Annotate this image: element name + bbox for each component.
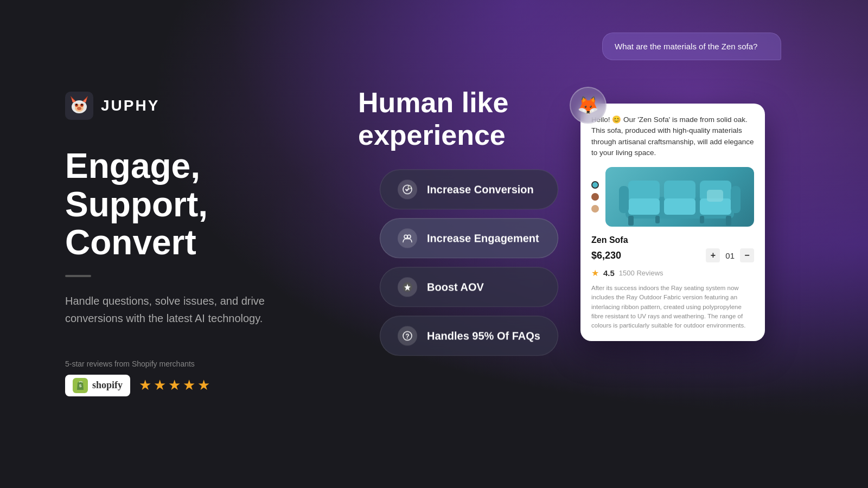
svg-rect-25 — [628, 198, 660, 215]
feature-btn-faqs[interactable]: ? Handles 95% Of FAQs — [380, 316, 558, 356]
rating-count: 1500 Reviews — [619, 269, 663, 277]
feature-buttons: Increase Conversion Increase Engagement — [380, 169, 558, 356]
svg-rect-26 — [664, 198, 695, 215]
qty-value: 01 — [725, 251, 735, 260]
color-dot-3[interactable] — [591, 205, 599, 213]
product-price: $6,230 — [591, 250, 621, 261]
feature-btn-engagement[interactable]: Increase Engagement — [380, 218, 558, 258]
engagement-label: Increase Engagement — [427, 232, 539, 245]
svg-rect-29 — [731, 186, 741, 213]
svg-rect-30 — [628, 216, 634, 226]
feature-btn-conversion[interactable]: Increase Conversion — [380, 169, 558, 209]
headline-divider — [65, 275, 91, 277]
star-3: ★ — [168, 377, 181, 394]
user-message: What are the materials of the Zen sofa? — [602, 33, 781, 60]
svg-point-16 — [404, 235, 407, 238]
brand-name: JUPHY — [101, 97, 159, 114]
svg-rect-22 — [628, 181, 660, 201]
product-image-area — [591, 167, 754, 227]
right-panel: Human like experience Increase Conversio… — [347, 0, 803, 488]
quantity-control: + 01 − — [706, 248, 754, 262]
color-swatches — [591, 181, 599, 213]
shopify-badge: S shopify — [65, 375, 130, 396]
qty-decrease[interactable]: − — [740, 248, 754, 262]
aov-label: Boost AOV — [427, 281, 484, 293]
engagement-icon — [398, 228, 417, 248]
product-name: Zen Sofa — [591, 235, 754, 245]
color-dot-1[interactable] — [591, 181, 599, 189]
left-panel: JUPHY Engage, Support, Convert Handle qu… — [65, 92, 347, 396]
svg-point-17 — [407, 235, 411, 238]
shopify-label: shopify — [92, 380, 123, 391]
section-title: Human like experience — [358, 87, 575, 152]
svg-text:?: ? — [405, 332, 409, 340]
svg-rect-33 — [700, 216, 704, 223]
faqs-label: Handles 95% Of FAQs — [427, 330, 540, 342]
sofa-image — [605, 167, 754, 227]
shopify-icon: S — [73, 378, 88, 393]
svg-rect-32 — [655, 216, 660, 223]
section-title-area: Human like experience — [358, 87, 575, 152]
shopify-row: S shopify ★ ★ ★ ★ ★ — [65, 375, 347, 396]
svg-rect-34 — [707, 190, 723, 202]
star-5: ★ — [197, 377, 210, 394]
svg-text:S: S — [79, 384, 82, 388]
rating-star-icon: ★ — [591, 268, 599, 278]
bot-response: Hello! 😊 Our 'Zen Sofa' is made from sol… — [591, 114, 754, 158]
logo-icon — [65, 92, 93, 120]
product-price-row: $6,230 + 01 − — [591, 248, 754, 262]
qty-increase[interactable]: + — [706, 248, 720, 262]
star-ratings: ★ ★ ★ ★ ★ — [139, 377, 210, 394]
conversion-icon — [398, 179, 417, 199]
logo: JUPHY — [65, 92, 347, 120]
color-dot-2[interactable] — [591, 193, 599, 201]
rating-row: ★ 4.5 1500 Reviews — [591, 268, 754, 278]
star-4: ★ — [183, 377, 195, 394]
svg-rect-23 — [664, 181, 695, 201]
rating-value: 4.5 — [603, 268, 615, 278]
svg-rect-31 — [726, 216, 731, 226]
svg-point-15 — [408, 185, 411, 189]
hero-subtext: Handle questions, solve issues, and driv… — [65, 292, 293, 327]
faqs-icon: ? — [398, 326, 417, 345]
aov-icon — [398, 277, 417, 297]
review-label: 5-star reviews from Shopify merchants — [65, 359, 347, 368]
svg-point-11 — [77, 107, 81, 110]
product-description: After its success indoors the Ray seatin… — [591, 284, 754, 330]
bot-avatar: 🦊 — [570, 87, 607, 124]
product-card: Hello! 😊 Our 'Zen Sofa' is made from sol… — [580, 104, 765, 341]
svg-rect-28 — [619, 186, 629, 213]
conversion-label: Increase Conversion — [427, 183, 534, 196]
star-1: ★ — [139, 377, 151, 394]
star-2: ★ — [154, 377, 166, 394]
feature-btn-aov[interactable]: Boost AOV — [380, 267, 558, 307]
chat-widget: What are the materials of the Zen sofa? … — [580, 33, 781, 341]
headline: Engage, Support, Convert — [65, 147, 347, 261]
